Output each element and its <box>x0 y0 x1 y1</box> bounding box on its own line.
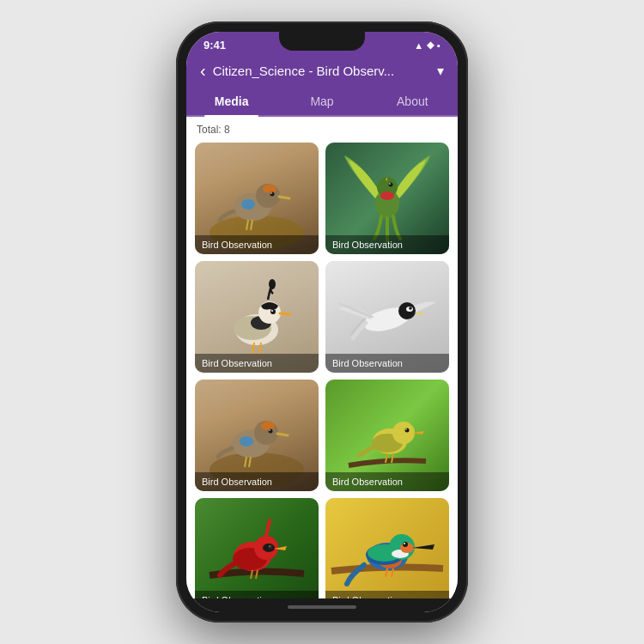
svg-point-28 <box>409 307 412 310</box>
tab-about[interactable]: About <box>368 86 458 115</box>
svg-point-34 <box>269 429 273 434</box>
observation-card-4[interactable]: Bird Observation <box>325 261 449 373</box>
svg-point-5 <box>270 192 275 197</box>
tab-media[interactable]: Media <box>186 86 276 115</box>
tab-map[interactable]: Map <box>276 86 367 115</box>
content-area: Total: 8 <box>186 117 458 598</box>
home-bar <box>288 605 356 609</box>
svg-point-19 <box>269 279 276 289</box>
card-label-5: Bird Observation <box>195 472 319 491</box>
observation-card-1[interactable]: Bird Observation <box>195 143 319 254</box>
svg-point-51 <box>269 545 270 547</box>
tab-media-label: Media <box>215 94 249 108</box>
svg-point-50 <box>269 545 273 550</box>
card-label-4: Bird Observation <box>325 354 449 373</box>
svg-point-20 <box>270 309 276 314</box>
observation-card-7[interactable]: Bird Observation <box>195 498 319 598</box>
card-label-2: Bird Observation <box>325 235 449 254</box>
back-button[interactable]: ‹ <box>200 62 206 79</box>
phone-screen: 9:41 ▲ ◆ ▪ ‹ Citizen_Science - Bird Obse… <box>186 32 458 612</box>
svg-point-21 <box>271 310 273 312</box>
page-title: Citizen_Science - Bird Observ... <box>213 64 430 78</box>
signal-icon: ▲ <box>414 40 423 51</box>
card-label-8: Bird Observation <box>325 591 449 598</box>
svg-point-61 <box>403 542 408 547</box>
observation-card-3[interactable]: Bird Observation <box>195 261 319 373</box>
observation-card-8[interactable]: Bird Observation <box>325 498 449 598</box>
observation-card-6[interactable]: Bird Observation <box>325 380 449 491</box>
card-label-3: Bird Observation <box>195 354 319 373</box>
svg-point-42 <box>405 428 410 433</box>
svg-line-36 <box>277 434 288 435</box>
top-bar: ‹ Citizen_Science - Bird Observ... ▾ <box>186 55 458 86</box>
tab-about-label: About <box>397 94 428 108</box>
svg-point-13 <box>389 183 393 187</box>
dropdown-icon[interactable]: ▾ <box>437 63 444 79</box>
svg-point-26 <box>398 302 416 319</box>
svg-point-12 <box>380 191 394 200</box>
svg-line-7 <box>279 197 289 198</box>
card-label-7: Bird Observation <box>195 591 319 598</box>
svg-line-22 <box>280 313 290 314</box>
observations-grid: Bird Observation <box>195 143 449 598</box>
svg-point-6 <box>270 192 272 194</box>
tab-bar: Media Map About <box>186 86 458 117</box>
phone-frame: 9:41 ▲ ◆ ▪ ‹ Citizen_Science - Bird Obse… <box>176 21 468 623</box>
svg-point-35 <box>269 429 270 431</box>
svg-point-3 <box>241 199 255 210</box>
wifi-icon: ◆ <box>427 39 434 51</box>
status-icons: ▲ ◆ ▪ <box>406 39 440 51</box>
home-indicator-area <box>186 598 458 612</box>
svg-point-33 <box>261 422 275 430</box>
observation-card-2[interactable]: Bird Observation <box>325 143 449 254</box>
card-label-6: Bird Observation <box>325 472 449 491</box>
svg-point-43 <box>405 428 407 430</box>
card-label-1: Bird Observation <box>195 235 319 254</box>
svg-point-4 <box>263 185 276 193</box>
total-count: Total: 8 <box>195 124 449 136</box>
observation-card-5[interactable]: Bird Observation <box>195 380 319 491</box>
notch <box>279 32 365 51</box>
tab-map-label: Map <box>310 94 333 108</box>
svg-point-41 <box>392 422 415 444</box>
battery-icon: ▪ <box>437 40 440 51</box>
svg-point-14 <box>389 183 391 185</box>
svg-point-32 <box>240 436 253 447</box>
svg-point-62 <box>404 543 405 544</box>
status-time: 9:41 <box>204 39 238 52</box>
